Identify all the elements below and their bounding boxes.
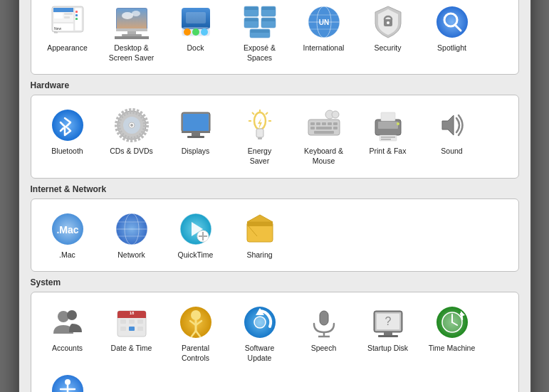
svg-point-55 [130,124,133,127]
international-icon: UN [305,4,343,41]
svg-rect-83 [378,122,398,129]
pref-print[interactable]: Print & Fax [356,102,420,170]
svg-rect-2 [53,8,73,12]
keyboard-icon [305,107,343,144]
svg-rect-60 [187,136,204,138]
svg-rect-34 [262,18,275,21]
expose-icon [241,4,278,41]
svg-rect-77 [316,127,332,129]
svg-rect-26 [186,12,206,23]
timemachine-icon [434,304,471,341]
pref-startup[interactable]: ? Startup Disk [356,300,420,367]
pref-datetime[interactable]: 18 Date & Time [100,300,164,367]
speech-label: Speech [311,344,337,354]
svg-rect-17 [116,28,147,31]
pref-speech[interactable]: Speech [292,300,356,367]
pref-keyboard[interactable]: Keyboard &Mouse [292,102,356,170]
svg-point-46 [387,21,389,24]
sharing-label: Sharing [246,250,272,260]
quicktime-icon [177,211,214,248]
energy-icon [241,107,278,144]
section-system-label: System [31,277,519,287]
spotlight-icon [434,4,471,41]
desktop-icon [113,4,150,41]
pref-dock[interactable]: Dock [164,0,228,67]
pref-cds[interactable]: CDs & DVDs [100,102,164,170]
pref-security[interactable]: Security [356,0,420,67]
mac-icon: .Mac [49,211,86,248]
svg-rect-75 [310,127,315,129]
section-personal: Personal [31,0,519,75]
universal-icon [49,372,86,392]
pref-appearance[interactable]: New file Appearance [36,0,100,67]
svg-point-81 [332,111,339,118]
pref-bluetooth[interactable]: Bluetooth [36,102,100,170]
svg-rect-71 [316,122,320,125]
pref-parental[interactable]: ParentalControls [164,300,228,367]
quicktime-label: QuickTime [178,250,214,260]
expose-label: Exposé &Spaces [244,43,276,63]
pref-expose[interactable]: Exposé &Spaces [228,0,292,67]
svg-rect-57 [183,114,209,131]
svg-point-23 [184,28,191,36]
internet-items: .Mac .Mac [31,198,519,272]
mac-label: .Mac [59,250,75,260]
network-icon [113,211,150,248]
pref-sound[interactable]: Sound [420,102,484,170]
svg-rect-74 [333,122,338,125]
desktop-label: Desktop &Screen Saver [109,43,155,63]
section-system: System Accounts [31,277,519,392]
svg-rect-32 [245,18,258,21]
svg-rect-8 [75,14,78,16]
personal-items: New file Appearance [31,0,519,75]
spotlight-label: Spotlight [437,43,466,53]
print-label: Print & Fax [370,147,407,157]
system-items: Accounts [31,292,519,392]
pref-sharing[interactable]: Sharing [228,206,292,265]
svg-rect-114 [129,327,135,331]
pref-timemachine[interactable]: Time Machine [420,300,484,367]
svg-point-47 [436,6,468,38]
pref-quicktime[interactable]: QuickTime [164,206,228,265]
pref-mac[interactable]: .Mac .Mac [36,206,100,265]
svg-rect-36 [251,30,269,33]
preferences-content: Personal [19,0,530,392]
parental-icon [177,304,214,341]
svg-rect-135 [378,335,398,337]
svg-rect-3 [54,13,63,18]
pref-universal[interactable]: UniversalAccess [36,368,100,392]
pref-desktop[interactable]: Desktop &Screen Saver [100,0,164,67]
section-internet-label: Internet & Network [31,184,519,194]
svg-rect-67 [256,129,263,137]
bluetooth-icon [49,107,86,144]
accounts-icon [49,304,86,341]
svg-text:?: ? [385,315,391,327]
pref-energy[interactable]: EnergySaver [228,102,292,170]
pref-international[interactable]: UN International [292,0,356,67]
svg-point-15 [122,12,133,19]
svg-rect-79 [314,131,334,134]
bluetooth-label: Bluetooth [51,147,83,157]
keyboard-label: Keyboard &Mouse [304,147,343,166]
svg-rect-28 [245,7,258,10]
svg-rect-127 [320,311,328,325]
svg-rect-59 [192,133,200,136]
svg-rect-68 [258,137,262,139]
pref-network[interactable]: Network [100,206,164,265]
svg-rect-73 [328,122,332,125]
svg-rect-87 [381,112,395,121]
pref-spotlight[interactable]: Spotlight [420,0,484,67]
print-icon [370,107,407,144]
pref-displays[interactable]: Displays [164,102,228,170]
datetime-icon: 18 [113,304,150,341]
pref-software[interactable]: SoftwareUpdate [228,300,292,367]
svg-rect-5 [64,16,70,18]
system-preferences-window: ◀ ▶ Show All System Preferences 🔍 Person… [19,0,531,392]
sound-label: Sound [441,147,462,157]
energy-label: EnergySaver [248,147,271,166]
displays-icon [177,107,214,144]
svg-text:18: 18 [129,311,134,315]
svg-rect-20 [115,36,149,39]
pref-accounts[interactable]: Accounts [36,300,100,367]
accounts-label: Accounts [52,344,83,354]
